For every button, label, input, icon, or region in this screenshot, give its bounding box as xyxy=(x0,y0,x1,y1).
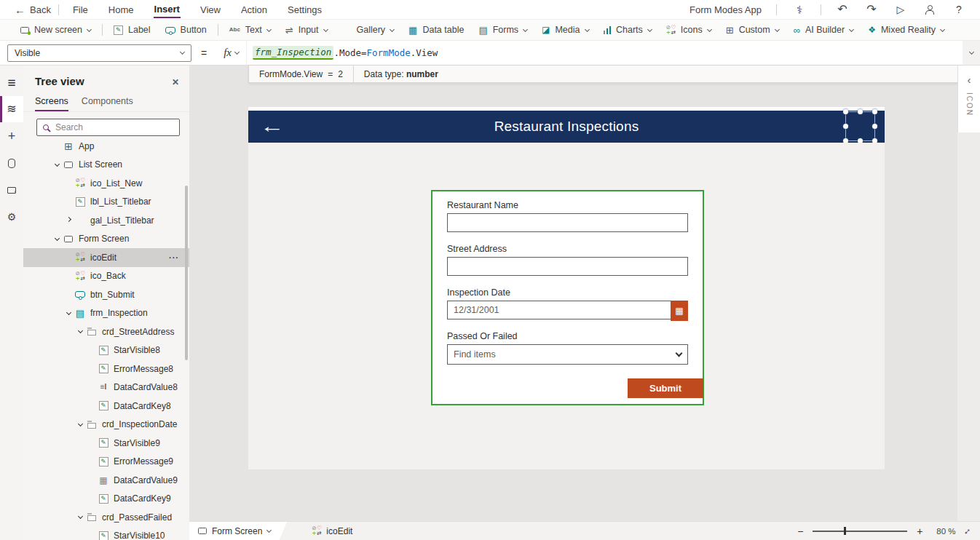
field-input-inspection-date[interactable]: 12/31/2001▦ xyxy=(447,301,688,319)
rail-insert[interactable]: + xyxy=(0,123,23,149)
tree-item-crd-inspectiondate[interactable]: crd_InspectionDate xyxy=(23,416,189,434)
menu-home[interactable]: Home xyxy=(108,2,135,17)
share-button[interactable] xyxy=(922,5,938,15)
formula-input[interactable]: frm_Inspection.Mode=FormMode.View xyxy=(246,41,963,65)
menu-bar: FileHomeInsertViewActionSettings xyxy=(72,1,323,18)
submit-button[interactable]: Submit xyxy=(628,378,703,398)
inspection-form[interactable]: Restaurant NameStreet AddressInspection … xyxy=(431,190,704,405)
tree-item-errormessage9[interactable]: ✎ErrorMessage9 xyxy=(23,453,189,472)
ribbon-media[interactable]: ◪Media xyxy=(534,20,596,40)
tree-item-icoedit[interactable]: ⊘♡+⇄icoEdit··· xyxy=(23,248,189,267)
ribbon-label[interactable]: ✎Label xyxy=(106,20,158,40)
tree-item-app[interactable]: ⊞App xyxy=(23,137,189,156)
zoom-slider-thumb[interactable] xyxy=(844,527,846,535)
tree-item-gal-list-titlebar[interactable]: gal_List_Titlebar xyxy=(23,211,189,230)
selection-handle[interactable] xyxy=(843,124,848,129)
field-input-street-address[interactable] xyxy=(447,257,688,276)
collapse-panel-icon[interactable]: ‹ xyxy=(968,74,971,86)
redo-button[interactable]: ↷ xyxy=(864,4,880,15)
property-selector[interactable]: Visible xyxy=(7,44,191,62)
tree-scrollbar[interactable] xyxy=(185,186,188,360)
ribbon-data-table[interactable]: ▦Data table xyxy=(401,20,471,40)
zoom-out-button[interactable]: − xyxy=(797,526,803,536)
tree-item-crd-streetaddress[interactable]: crd_StreetAddress xyxy=(23,322,189,341)
tree-item-datacardkey8[interactable]: ✎DataCardKey8 xyxy=(23,397,189,416)
menu-view[interactable]: View xyxy=(199,2,221,17)
tree-item-list-screen[interactable]: List Screen xyxy=(23,156,189,175)
tree-item-starvisible10[interactable]: ✎StarVisible10 xyxy=(23,527,189,540)
menu-action[interactable]: Action xyxy=(240,2,268,17)
tree-search-box[interactable] xyxy=(36,119,180,136)
insert-plus-icon: + xyxy=(8,130,16,143)
rail-advanced-tools[interactable]: ⚙ xyxy=(0,204,23,230)
tree-item-label: DataCardValue8 xyxy=(114,382,178,392)
chevron-down-icon[interactable] xyxy=(51,164,63,166)
tree-item-datacardvalue8[interactable]: ≡IDataCardValue8 xyxy=(23,378,189,397)
chevron-down-icon[interactable] xyxy=(74,330,86,333)
zoom-in-button[interactable]: + xyxy=(917,526,922,536)
chevron-down-icon[interactable] xyxy=(74,516,86,518)
chevron-down-icon[interactable] xyxy=(74,424,86,426)
selection-handle[interactable] xyxy=(872,124,877,129)
preview-button[interactable]: ▷ xyxy=(893,4,909,15)
tree-item-crd-passedfailed[interactable]: crd_PassedFailed xyxy=(23,508,189,527)
ribbon-icons[interactable]: ⊘♡+⇄Icons xyxy=(659,20,719,40)
selection-handle[interactable] xyxy=(872,109,877,114)
tab-screens[interactable]: Screens xyxy=(35,96,68,111)
ribbon-custom[interactable]: ⊞Custom xyxy=(719,20,786,40)
selected-control-handles[interactable] xyxy=(845,111,875,141)
search-input[interactable] xyxy=(54,122,163,133)
tree-item-ico-list-new[interactable]: ⊘♡+⇄ico_List_New xyxy=(23,174,189,193)
chevron-down-icon[interactable] xyxy=(51,238,63,240)
rail-tree-view[interactable]: ≋ xyxy=(0,96,23,122)
tree-tabs: ScreensComponents xyxy=(23,87,189,112)
tree-item-ico-back[interactable]: ⊘♡+⇄ico_Back xyxy=(23,267,189,286)
ribbon-mixed-reality[interactable]: ❖Mixed Reality xyxy=(861,20,952,40)
chevron-down-icon[interactable] xyxy=(63,312,74,314)
tree-item-errormessage8[interactable]: ✎ErrorMessage8 xyxy=(23,360,189,378)
tree-item-datacardkey9[interactable]: ✎DataCardKey9 xyxy=(23,490,189,509)
help-button[interactable]: ? xyxy=(951,4,967,15)
ribbon-button[interactable]: Button xyxy=(158,20,214,40)
ribbon-ai-builder[interactable]: ∞AI Builder xyxy=(786,20,861,40)
tree-item-starvisible8[interactable]: ✎StarVisible8 xyxy=(23,341,189,360)
tree-item-starvisible9[interactable]: ✎StarVisible9 xyxy=(23,434,189,453)
ribbon-charts[interactable]: Charts xyxy=(596,20,659,40)
datatype-label: Data type: xyxy=(364,69,404,79)
fit-to-window-button[interactable]: ↕ xyxy=(963,526,973,536)
undo-button[interactable]: ↶ xyxy=(834,4,850,15)
tree-item-btn-submit[interactable]: btn_Submit xyxy=(23,285,189,304)
rail-data[interactable] xyxy=(0,150,23,176)
rail-media[interactable] xyxy=(0,177,23,203)
screen-selector[interactable]: Form Screen xyxy=(189,522,287,540)
ribbon-forms[interactable]: ▤Forms xyxy=(471,20,534,40)
menu-file[interactable]: File xyxy=(72,2,89,17)
chevron-right-icon[interactable] xyxy=(63,219,74,221)
close-icon[interactable]: ✕ xyxy=(172,75,179,87)
field-input-restaurant-name[interactable] xyxy=(447,213,688,232)
date-picker-button[interactable]: ▦ xyxy=(671,301,688,321)
tree-item-form-screen[interactable]: Form Screen xyxy=(23,230,189,249)
selection-handle[interactable] xyxy=(858,109,863,114)
tree-item-frm-inspection[interactable]: ▤frm_Inspection xyxy=(23,304,189,323)
tree-item-lbl-list-titlebar[interactable]: ✎lbl_List_Titlebar xyxy=(23,193,189,212)
ribbon-new-screen[interactable]: New screen xyxy=(13,20,98,40)
app-checker-button[interactable]: ⚕ xyxy=(791,4,807,15)
ribbon-input[interactable]: ⇌Input xyxy=(278,20,335,40)
app-back-arrow-icon[interactable]: ← xyxy=(260,116,285,137)
selected-control-breadcrumb[interactable]: ⊘♡+⇄ icoEdit xyxy=(312,526,352,536)
menu-settings[interactable]: Settings xyxy=(287,2,323,17)
tree-item-datacardvalue9[interactable]: ▦DataCardValue9 xyxy=(23,471,189,490)
selection-handle[interactable] xyxy=(843,109,848,114)
fx-button[interactable]: fx xyxy=(216,44,246,62)
zoom-slider[interactable] xyxy=(813,531,907,532)
field-input-passed-or-failed[interactable]: Find items xyxy=(447,344,688,365)
back-button[interactable]: ← Back xyxy=(15,4,51,15)
chevron-down-icon xyxy=(940,26,945,31)
ribbon-gallery[interactable]: Gallery xyxy=(335,20,402,40)
ribbon-text[interactable]: AbcText xyxy=(222,20,278,40)
rail-menu[interactable]: ≡ xyxy=(0,69,23,95)
tab-components[interactable]: Components xyxy=(82,96,133,111)
menu-insert[interactable]: Insert xyxy=(154,1,181,18)
formula-expand-button[interactable] xyxy=(963,41,980,65)
